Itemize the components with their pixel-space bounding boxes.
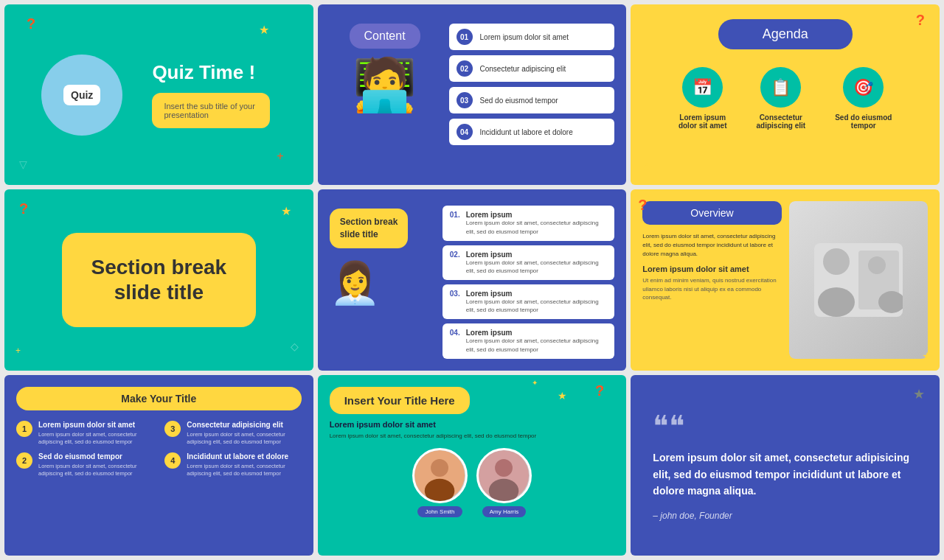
person-1-name: John Smith [417, 506, 462, 517]
slide7-title-3: Sed do eiusmod tempor [38, 452, 153, 461]
slide-quote: ★ ❝❝ Lorem ipsum dolor sit amet, consect… [631, 375, 940, 556]
agenda-icon-3: 🎯 [843, 67, 884, 108]
slide5-text-1: Lorem ipsum dolor sit amet, consectetur … [466, 219, 608, 235]
slide5-title-1: Lorem ipsum [466, 211, 608, 219]
slide2-title: Content [350, 24, 420, 49]
content-row-1: 01 Lorem ipsum dolor sit amet [449, 24, 615, 50]
svg-point-11 [489, 478, 518, 503]
deco-tri-1: ▽ [19, 158, 27, 170]
person-2: Amy Harris [476, 448, 532, 517]
slide5-item-1: 01. Lorem ipsum Lorem ipsum dolor sit am… [442, 206, 615, 240]
svg-point-8 [425, 478, 454, 503]
slide1-right: Quiz Time ! Insert the sub title of your… [145, 61, 298, 128]
slide2-left: Content 🧑‍💻 [330, 16, 440, 173]
svg-point-2 [823, 248, 850, 275]
slide5-left: Section breakslide title 👩‍💼 [330, 201, 435, 358]
slide7-item-3: 2 Sed do eiusmod tempor Lorem ipsum dolo… [16, 452, 153, 478]
overview-detail: Ut enim ad minim veniam, quis nostrud ex… [642, 276, 781, 301]
deco-question: ? [27, 15, 35, 32]
content-num-1: 01 [457, 29, 473, 45]
content-text-3: Sed do eiusmod tempor [480, 97, 558, 105]
quote-text: Lorem ipsum dolor sit amet, consectetur … [653, 449, 917, 499]
section-break-box: Section breakslide title [62, 233, 257, 326]
content-text-2: Consectetur adipiscing elit [480, 65, 566, 73]
slide7-content-2: Consectetur adipisicing elit Lorem ipsum… [187, 421, 301, 447]
agenda-item-3: 🎯 Sed do eiusmodtempor [835, 67, 892, 130]
slide7-num-1: 1 [16, 421, 32, 437]
content-row-2: 02 Consectetur adipiscing elit [449, 55, 615, 82]
make-title-banner: Make Your Title [16, 387, 302, 410]
quote-author: – john doe, Founder [653, 511, 917, 521]
quiz-label: Quiz [63, 85, 100, 105]
agenda-item-2: 📋 Consecteturadipiscing elit [756, 67, 805, 130]
agenda-title: Agenda [718, 19, 853, 49]
quiz-circle: Quiz [41, 55, 122, 136]
slide7-grid: 1 Lorem ipsum dolor sit amet Lorem ipsum… [16, 421, 302, 478]
content-text-4: Incididunt ut labore et dolore [480, 128, 573, 136]
deco-ins-star1: ★ [558, 390, 567, 402]
slide7-title-1: Lorem ipsum dolor sit amet [38, 421, 153, 429]
slide7-content-1: Lorem ipsum dolor sit amet Lorem ipsum d… [38, 421, 153, 447]
slide2-items: 01 Lorem ipsum dolor sit amet 02 Consect… [449, 16, 615, 173]
persons-row: John Smith Amy Harris [330, 448, 615, 517]
slide5-text-2: Lorem ipsum dolor sit amet, consectetur … [466, 259, 608, 275]
slide7-item-4: 4 Incididunt ut labore et dolore Lorem i… [164, 452, 301, 478]
deco-ins-star2: ✦ [532, 379, 538, 387]
slide7-title-4: Incididunt ut labore et dolore [187, 452, 301, 461]
slide5-content-4: Lorem ipsum Lorem ipsum dolor sit amet, … [466, 329, 608, 353]
slide5-text-3: Lorem ipsum dolor sit amet, consectetur … [466, 298, 608, 314]
content-num-4: 04 [457, 124, 473, 140]
quote-mark: ❝❝ [653, 409, 917, 444]
insert-title-bubble: Insert Your Title Here [330, 387, 470, 414]
slide7-num-2: 3 [164, 421, 181, 437]
slide5-right: 01. Lorem ipsum Lorem ipsum dolor sit am… [442, 201, 615, 358]
deco-sb-q: ? [19, 200, 28, 217]
slide6-left: Overview Lorem ipsum dolor sit amet, con… [642, 201, 781, 358]
photo-placeholder [789, 201, 928, 358]
section-break-title: Section breakslide title [91, 255, 227, 304]
content-row-3: 03 Sed do eiusmod tempor [449, 87, 615, 113]
person-1: John Smith [412, 448, 468, 517]
slide-section-list: Section breakslide title 👩‍💼 01. Lorem i… [318, 189, 627, 370]
slide7-text-2: Lorem ipsum dolor sit amet, consectetur … [187, 431, 301, 447]
deco-q-star: ★ [913, 386, 925, 402]
insert-detail: Lorem ipsum dolor sit amet, consectetur … [330, 432, 615, 441]
slide5-title-4: Lorem ipsum [466, 329, 608, 337]
slide2-figure: 🧑‍💻 [353, 55, 417, 115]
person-2-name: Amy Harris [482, 506, 527, 517]
slide5-text-4: Lorem ipsum dolor sit amet, consectetur … [466, 337, 608, 353]
content-num-3: 03 [457, 92, 473, 108]
overview-body: Lorem ipsum dolor sit amet, consectetur … [642, 232, 781, 259]
slide5-num-4: 04. [450, 329, 460, 353]
slide1-title: Quiz Time ! [152, 61, 298, 84]
agenda-label-1: Lorem ipsumdolor sit amet [678, 113, 727, 130]
agenda-item-1: 📅 Lorem ipsumdolor sit amet [678, 67, 727, 130]
agenda-icon-1: 📅 [682, 67, 723, 108]
slide5-num-2: 02. [450, 251, 460, 275]
slide7-text-1: Lorem ipsum dolor sit amet, consectetur … [38, 431, 153, 447]
slide5-bubble: Section breakslide title [330, 209, 409, 248]
deco-agenda-star: ★ [642, 160, 652, 174]
agenda-icons: 📅 Lorem ipsumdolor sit amet 📋 Consectetu… [678, 67, 892, 130]
person-2-avatar [476, 448, 532, 503]
overview-subtitle: Lorem ipsum dolor sit amet [642, 265, 781, 273]
slide-agenda: ? ★ Agenda 📅 Lorem ipsumdolor sit amet 📋… [631, 4, 940, 185]
svg-point-4 [868, 256, 886, 274]
slide-content: Content 🧑‍💻 01 Lorem ipsum dolor sit ame… [318, 4, 627, 185]
agenda-icon-2: 📋 [760, 67, 801, 108]
content-num-2: 02 [457, 60, 473, 77]
slide5-title-2: Lorem ipsum [466, 251, 608, 259]
slide1-subtitle: Insert the sub title of your presentatio… [152, 93, 270, 128]
slide5-num-3: 03. [450, 290, 460, 314]
deco-ins-q: ? [595, 382, 604, 399]
slide7-content-4: Incididunt ut labore et dolore Lorem ips… [187, 452, 301, 478]
deco-star-1: ★ [259, 23, 269, 37]
slide5-item-2: 02. Lorem ipsum Lorem ipsum dolor sit am… [442, 245, 615, 280]
slide7-item-2: 3 Consectetur adipisicing elit Lorem ips… [164, 421, 301, 447]
slide7-num-4: 4 [164, 452, 181, 469]
slide7-content-3: Sed do eiusmod tempor Lorem ipsum dolor … [38, 452, 153, 478]
slide1-left: Quiz [19, 55, 145, 136]
slide5-title-3: Lorem ipsum [466, 290, 608, 298]
slide-overview: ? ★ Overview Lorem ipsum dolor sit amet,… [631, 189, 940, 370]
deco-sb-plus: + [15, 346, 21, 356]
